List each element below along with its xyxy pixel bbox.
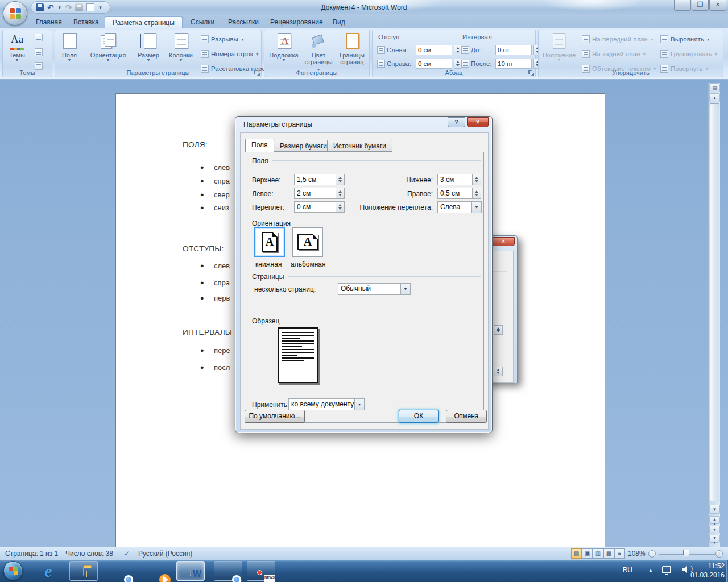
outline-view-icon[interactable]: ▦: [603, 548, 614, 559]
close-button[interactable]: ×: [709, 0, 726, 11]
scroll-up-icon[interactable]: ▲: [709, 93, 720, 102]
restore-button[interactable]: ❐: [692, 0, 709, 11]
taskbar-word[interactable]: [176, 561, 205, 581]
paragraph-dialog-launcher-icon[interactable]: [528, 70, 534, 76]
new-document-icon[interactable]: [86, 3, 94, 11]
page-indicator[interactable]: Страница: 1 из 1: [5, 550, 58, 558]
start-button[interactable]: [3, 561, 23, 580]
cancel-button[interactable]: Отмена: [446, 410, 487, 423]
ok-button[interactable]: ОК: [399, 410, 439, 423]
scrollbar-thumb[interactable]: [710, 103, 719, 501]
themes-button[interactable]: Aа Темы ▼: [4, 32, 30, 69]
spacing-after-input[interactable]: 10 пт: [495, 59, 532, 69]
indent-left-spinner[interactable]: [454, 45, 461, 55]
dialog-help-icon[interactable]: ?: [448, 117, 465, 127]
zoom-level[interactable]: 108%: [628, 550, 646, 558]
theme-fonts-icon[interactable]: [35, 48, 43, 56]
gutter-position-combo[interactable]: Слева▼: [437, 201, 482, 213]
tab-mailings[interactable]: Рассылки: [221, 16, 266, 28]
right-margin-input[interactable]: 0,5 см: [437, 188, 473, 199]
taskbar-chrome[interactable]: [106, 561, 134, 581]
speaker-icon[interactable]: [682, 566, 687, 573]
office-button[interactable]: [3, 1, 27, 26]
bottom-margin-input[interactable]: 3 см: [437, 174, 473, 185]
breaks-menu[interactable]: Разрывы▼: [201, 34, 245, 45]
vertical-scrollbar[interactable]: ▤ ▲ ▼ ▲▲ ● ▼▼: [708, 83, 720, 547]
indent-right-input[interactable]: 0 см: [416, 59, 452, 69]
combo-arrow-icon[interactable]: ▼: [354, 399, 364, 410]
dialog-tab-margins[interactable]: Поля: [245, 139, 274, 152]
dialog-tab-paper-size[interactable]: Размер бумаги: [274, 140, 333, 152]
landscape-tile[interactable]: [292, 227, 323, 257]
indent-left-input[interactable]: 0 см: [416, 45, 452, 55]
zoom-out-icon[interactable]: −: [648, 550, 656, 558]
apply-to-combo[interactable]: ко всему документу▼: [288, 398, 365, 410]
combo-arrow-icon[interactable]: ▼: [471, 202, 481, 213]
language-switcher[interactable]: RU: [623, 566, 632, 574]
previous-page-icon[interactable]: ▲▲: [709, 516, 720, 524]
network-icon[interactable]: [662, 566, 671, 573]
taskbar-explorer[interactable]: [69, 561, 98, 581]
bottom-margin-spinner[interactable]: [473, 174, 481, 185]
draft-view-icon[interactable]: ≡: [614, 548, 625, 559]
clock[interactable]: 11:52 01.03.2016: [690, 562, 725, 580]
page-setup-dialog-launcher-icon[interactable]: [254, 70, 260, 76]
gutter-spinner[interactable]: [336, 201, 345, 213]
tab-home[interactable]: Главная: [28, 16, 69, 28]
qat-customize-icon[interactable]: ▼: [98, 5, 102, 10]
page-color-button[interactable]: Цветстраницы ▼: [302, 32, 335, 69]
theme-colors-icon[interactable]: [35, 34, 43, 41]
portrait-tile[interactable]: [254, 227, 285, 257]
theme-effects-icon[interactable]: [35, 62, 43, 70]
scroll-down-icon[interactable]: ▼: [709, 505, 720, 514]
columns-button[interactable]: Колонки▼: [164, 32, 197, 69]
left-margin-spinner[interactable]: [336, 188, 345, 199]
align-menu[interactable]: Выровнять▼: [660, 34, 710, 45]
background-dialog-close-icon[interactable]: ×: [492, 237, 515, 246]
ruler-toggle-icon[interactable]: ▤: [709, 83, 720, 92]
taskbar-media-player[interactable]: [142, 561, 171, 581]
gutter-input[interactable]: 0 см: [294, 201, 336, 213]
watermark-button[interactable]: А Подложка▼: [267, 32, 301, 69]
minimize-button[interactable]: ─: [674, 0, 691, 11]
tab-view[interactable]: Вид: [325, 16, 353, 28]
top-margin-input[interactable]: 1,5 см: [294, 174, 336, 185]
line-numbers-menu[interactable]: Номера строк▼: [201, 48, 259, 60]
spellcheck-icon[interactable]: ✓: [124, 550, 130, 558]
top-margin-spinner[interactable]: [336, 174, 345, 185]
indent-right-spinner[interactable]: [454, 59, 461, 69]
hidden-icons-icon[interactable]: ▲: [648, 568, 653, 573]
size-button[interactable]: Размер▼: [133, 32, 164, 69]
word-count[interactable]: Число слов: 38: [65, 550, 113, 558]
save-icon[interactable]: [36, 3, 44, 11]
zoom-slider-thumb[interactable]: [683, 550, 689, 558]
zoom-in-icon[interactable]: +: [715, 550, 723, 558]
taskbar-chrome-2[interactable]: [214, 561, 242, 581]
set-default-button[interactable]: По умолчанию...: [245, 410, 305, 423]
left-margin-input[interactable]: 2 см: [294, 188, 336, 199]
margins-button[interactable]: Поля▼: [56, 32, 82, 69]
select-browse-object-icon[interactable]: ●: [709, 526, 720, 533]
full-screen-reading-view-icon[interactable]: ▣: [582, 548, 593, 559]
right-margin-spinner[interactable]: [473, 188, 481, 199]
orientation-button[interactable]: Ориентация▼: [85, 32, 131, 69]
combo-arrow-icon[interactable]: ▼: [400, 284, 410, 294]
tab-references[interactable]: Ссылки: [183, 16, 222, 28]
tab-page-layout[interactable]: Разметка страницы: [105, 16, 183, 28]
dialog-tab-paper-source[interactable]: Источник бумаги: [327, 140, 392, 152]
web-layout-view-icon[interactable]: ▥: [593, 548, 603, 559]
print-layout-view-icon[interactable]: ▤: [571, 548, 582, 559]
taskbar-ie[interactable]: e: [34, 561, 63, 581]
print-icon[interactable]: [75, 3, 83, 11]
tab-insert[interactable]: Вставка: [66, 16, 106, 28]
taskbar-news-app[interactable]: NEWS: [247, 561, 275, 581]
language-indicator[interactable]: Русский (Россия): [138, 550, 192, 558]
undo-icon[interactable]: ↶: [47, 4, 54, 11]
spacing-before-input[interactable]: 0 пт: [495, 45, 532, 55]
multiple-pages-combo[interactable]: Обычный▼: [338, 283, 411, 295]
page-borders-button[interactable]: Границыстраниц: [336, 32, 368, 69]
undo-dropdown-icon[interactable]: ▼: [57, 5, 62, 10]
next-page-icon[interactable]: ▼▼: [709, 535, 720, 543]
dialog-close-icon[interactable]: ×: [467, 117, 489, 127]
tab-review[interactable]: Рецензирование: [263, 16, 330, 28]
